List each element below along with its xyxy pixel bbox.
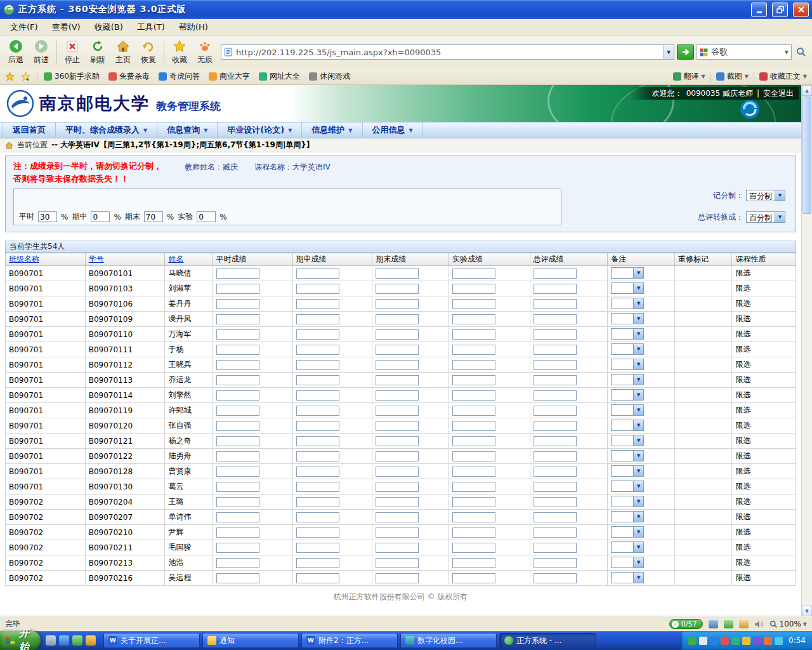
scroll-up-icon[interactable]: ▲ (802, 85, 812, 96)
taskbar-window-button[interactable]: 通知 (202, 633, 299, 648)
remark-select[interactable]: ▼ (611, 374, 644, 385)
remark-select[interactable]: ▼ (611, 435, 644, 446)
tray-icon[interactable] (710, 637, 718, 645)
total-score-input[interactable] (534, 345, 577, 355)
tray-icon[interactable] (688, 637, 697, 645)
bookmarks-tool-item[interactable]: 收藏正文▼ (759, 71, 807, 82)
lab-score-input[interactable] (452, 299, 495, 309)
remark-select[interactable]: ▼ (611, 557, 644, 568)
favorites-star-icon[interactable] (5, 72, 15, 81)
remark-select[interactable]: ▼ (611, 298, 644, 309)
combo-arrow-icon[interactable]: ▼ (633, 344, 643, 354)
final-score-input[interactable] (376, 421, 419, 431)
total-score-input[interactable] (534, 299, 577, 309)
taskbar-window-button[interactable]: W关于开展正... (103, 633, 200, 648)
final-score-input[interactable] (376, 375, 419, 385)
download-icon[interactable] (739, 620, 749, 628)
lab-score-input[interactable] (452, 543, 495, 553)
menu-item[interactable]: 文件(F) (4, 20, 44, 35)
combo-arrow-icon[interactable]: ▼ (633, 314, 643, 324)
restore-button[interactable] (772, 3, 788, 17)
back-button[interactable]: 后退 (4, 37, 28, 67)
tray-icon[interactable] (764, 637, 772, 645)
regular-score-input[interactable] (216, 345, 259, 355)
midterm-score-input[interactable] (296, 436, 339, 446)
midterm-score-input[interactable] (296, 512, 339, 522)
regular-score-input[interactable] (216, 421, 259, 431)
start-button[interactable]: 开始 (0, 631, 41, 650)
remark-select[interactable]: ▼ (611, 572, 644, 583)
weight-input[interactable] (197, 211, 216, 222)
combo-arrow-icon[interactable]: ▼ (633, 359, 643, 369)
dropdown-arrow-icon[interactable]: ▼ (702, 74, 705, 79)
total-score-input[interactable] (534, 482, 577, 492)
remark-select[interactable]: ▼ (611, 328, 644, 340)
midterm-score-input[interactable] (296, 299, 339, 309)
midterm-score-input[interactable] (296, 497, 339, 507)
nav-item[interactable]: 毕业设计(论文)▼ (218, 123, 302, 138)
lab-score-input[interactable] (452, 314, 495, 324)
midterm-score-input[interactable] (296, 360, 339, 370)
quick-launch-icon[interactable] (72, 635, 82, 646)
final-score-input[interactable] (376, 482, 419, 492)
column-header[interactable]: 班级名称 (6, 253, 86, 266)
remark-select[interactable]: ▼ (611, 404, 644, 416)
regular-score-input[interactable] (216, 482, 259, 492)
lab-score-input[interactable] (452, 421, 495, 431)
lab-score-input[interactable] (452, 345, 495, 355)
taskbar-window-button[interactable]: W附件2：正方... (301, 633, 398, 648)
add-favorite-icon[interactable] (21, 72, 30, 81)
menu-item[interactable]: 工具(T) (131, 20, 171, 35)
zoom-control[interactable]: 100% ▼ (769, 620, 807, 628)
menu-item[interactable]: 查看(V) (46, 20, 87, 35)
refresh-button[interactable]: 刷新 (86, 37, 110, 67)
total-score-input[interactable] (534, 527, 577, 538)
regular-score-input[interactable] (216, 558, 259, 568)
taskbar-window-button[interactable]: 数字化校园... (400, 633, 497, 648)
regular-score-input[interactable] (216, 269, 259, 279)
combo-arrow-icon[interactable]: ▼ (775, 212, 785, 222)
midterm-score-input[interactable] (296, 421, 339, 431)
total-score-input[interactable] (534, 467, 577, 477)
final-score-input[interactable] (376, 497, 419, 507)
remark-select[interactable]: ▼ (611, 359, 644, 370)
regular-score-input[interactable] (216, 527, 259, 538)
remark-select[interactable]: ▼ (611, 450, 644, 461)
midterm-score-input[interactable] (296, 345, 339, 355)
weight-input[interactable] (144, 211, 163, 222)
nav-item[interactable]: 信息查询▼ (157, 123, 218, 138)
final-score-input[interactable] (376, 406, 419, 416)
lab-score-input[interactable] (452, 375, 495, 385)
weight-input[interactable] (38, 211, 57, 222)
stop-button[interactable]: 停止 (60, 37, 84, 67)
column-header[interactable]: 学号 (85, 253, 165, 266)
incognito-button[interactable]: 无痕 (193, 37, 217, 67)
combo-arrow-icon[interactable]: ▼ (775, 190, 785, 201)
nav-item[interactable]: 信息维护▼ (302, 123, 362, 138)
regular-score-input[interactable] (216, 375, 259, 385)
lab-score-input[interactable] (452, 527, 495, 538)
regular-score-input[interactable] (216, 543, 259, 553)
monitor-icon[interactable] (709, 620, 718, 628)
regular-score-input[interactable] (216, 451, 259, 461)
combo-arrow-icon[interactable]: ▼ (633, 435, 643, 446)
taskbar-window-button[interactable]: 正方系统 - ... (499, 633, 596, 648)
lab-score-input[interactable] (452, 269, 495, 279)
shield-icon[interactable] (724, 620, 733, 628)
bookmark-item[interactable]: 商业大亨 (209, 71, 250, 82)
midterm-score-input[interactable] (296, 543, 339, 553)
regular-score-input[interactable] (216, 314, 259, 324)
combo-arrow-icon[interactable]: ▼ (633, 329, 643, 339)
total-score-input[interactable] (534, 360, 577, 370)
remark-select[interactable]: ▼ (611, 511, 644, 522)
security-counter-badge[interactable]: ✓ 0/57 (669, 619, 703, 629)
tray-icon[interactable] (731, 637, 740, 645)
minimize-button[interactable] (751, 3, 767, 17)
bookmark-item[interactable]: 休闲游戏 (309, 71, 350, 82)
dropdown-arrow-icon[interactable]: ▼ (803, 74, 807, 79)
remark-select[interactable]: ▼ (611, 343, 644, 355)
regular-score-input[interactable] (216, 360, 259, 370)
final-score-input[interactable] (376, 527, 419, 538)
remark-select[interactable]: ▼ (611, 526, 644, 538)
total-score-input[interactable] (534, 573, 577, 583)
